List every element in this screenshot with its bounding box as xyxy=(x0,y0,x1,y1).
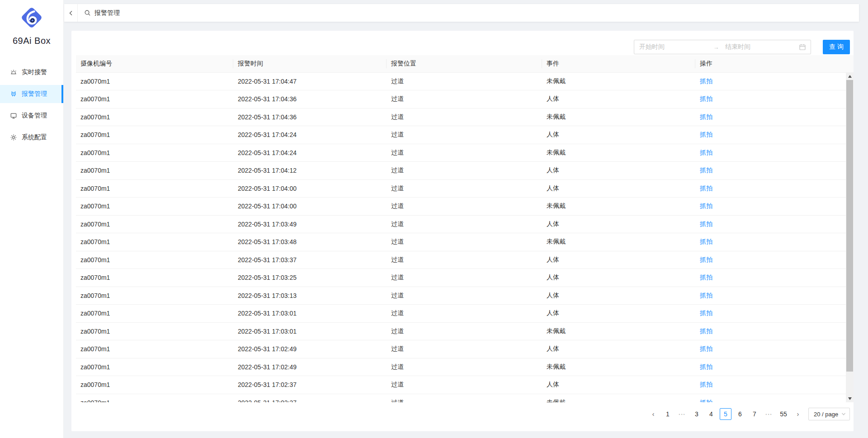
event-cell: 未佩戴 xyxy=(542,358,695,376)
action-cell: 抓拍 xyxy=(695,126,854,144)
jump-pages-ellipsis[interactable]: ••• xyxy=(676,408,688,420)
event-cell: 未佩戴 xyxy=(542,72,695,90)
alarm-time-cell: 2022-05-31 17:03:13 xyxy=(233,287,387,305)
page-button-6[interactable]: 6 xyxy=(734,408,746,420)
capture-link[interactable]: 抓拍 xyxy=(700,220,712,227)
camera-cell: za0070m1 xyxy=(76,358,233,376)
sidebar-item-device-manage[interactable]: 设备管理 xyxy=(0,107,63,125)
range-arrow-icon: → xyxy=(707,44,725,51)
scroll-up-arrow[interactable] xyxy=(846,72,854,80)
capture-link[interactable]: 抓拍 xyxy=(700,327,712,334)
alarm-location-cell: 过道 xyxy=(387,108,542,126)
capture-link[interactable]: 抓拍 xyxy=(700,399,712,402)
app-logo: 69Ai Box xyxy=(0,0,63,46)
sidebar-item-label: 系统配置 xyxy=(22,133,47,141)
scrollbar-thumb[interactable] xyxy=(846,80,853,372)
end-time-input[interactable]: 结束时间 xyxy=(725,43,799,51)
capture-link[interactable]: 抓拍 xyxy=(700,77,712,85)
capture-link[interactable]: 抓拍 xyxy=(700,166,712,174)
prev-page-button[interactable]: ‹ xyxy=(647,408,659,420)
action-cell: 抓拍 xyxy=(695,108,854,126)
capture-link[interactable]: 抓拍 xyxy=(700,363,712,370)
current-page-tag: 报警管理 xyxy=(84,9,120,17)
query-button[interactable]: 查 询 xyxy=(823,40,850,54)
capture-link[interactable]: 抓拍 xyxy=(700,131,712,138)
filter-row: 开始时间 → 结束时间 查 询 xyxy=(634,40,850,54)
sidebar-item-label: 实时接警 xyxy=(22,68,47,76)
alarm-time-cell: 2022-05-31 17:04:12 xyxy=(233,162,387,180)
scroll-down-arrow[interactable] xyxy=(846,395,854,402)
table-row: za0070m12022-05-31 17:03:01过道人体抓拍 xyxy=(76,305,854,323)
page-button-55[interactable]: 55 xyxy=(778,408,789,420)
table-row: za0070m12022-05-31 17:04:24过道人体抓拍 xyxy=(76,126,854,144)
alarm-location-cell: 过道 xyxy=(387,90,542,108)
capture-link[interactable]: 抓拍 xyxy=(700,345,712,352)
page-size-select[interactable]: 20 / page xyxy=(808,408,850,420)
sidebar-item-realtime-alarm[interactable]: 实时接警 xyxy=(0,63,63,81)
alarm-time-cell: 2022-05-31 17:03:01 xyxy=(233,322,387,340)
event-cell: 人体 xyxy=(542,269,695,287)
action-cell: 抓拍 xyxy=(695,394,854,402)
capture-link[interactable]: 抓拍 xyxy=(700,238,712,245)
page-button-7[interactable]: 7 xyxy=(749,408,760,420)
search-icon xyxy=(84,9,94,16)
table-row: za0070m12022-05-31 17:03:48过道未佩戴抓拍 xyxy=(76,233,854,251)
table-row: za0070m12022-05-31 17:02:37过道未佩戴抓拍 xyxy=(76,394,854,402)
camera-cell: za0070m1 xyxy=(76,144,233,162)
start-time-input[interactable]: 开始时间 xyxy=(639,43,707,51)
alarm-time-cell: 2022-05-31 17:02:37 xyxy=(233,394,387,402)
camera-cell: za0070m1 xyxy=(76,287,233,305)
alarm-time-cell: 2022-05-31 17:02:49 xyxy=(233,340,387,358)
table-row: za0070m12022-05-31 17:04:36过道未佩戴抓拍 xyxy=(76,108,854,126)
event-cell: 人体 xyxy=(542,376,695,394)
capture-link[interactable]: 抓拍 xyxy=(700,202,712,209)
sidebar-collapse-button[interactable] xyxy=(64,4,78,22)
sidebar-menu: 实时接警报警管理设备管理系统配置 xyxy=(0,63,63,146)
sidebar-item-alarm-manage[interactable]: 报警管理 xyxy=(0,85,63,103)
jump-pages-ellipsis[interactable]: ••• xyxy=(763,408,775,420)
page-button-5[interactable]: 5 xyxy=(720,408,731,420)
sidebar-item-system-config[interactable]: 系统配置 xyxy=(0,128,63,146)
capture-link[interactable]: 抓拍 xyxy=(700,292,712,299)
event-cell: 人体 xyxy=(542,179,695,198)
capture-link[interactable]: 抓拍 xyxy=(700,184,712,192)
action-cell: 抓拍 xyxy=(695,162,854,180)
action-cell: 抓拍 xyxy=(695,269,854,287)
camera-cell: za0070m1 xyxy=(76,394,233,402)
alarm-time-cell: 2022-05-31 17:04:00 xyxy=(233,198,387,216)
camera-cell: za0070m1 xyxy=(76,90,233,108)
next-page-button[interactable]: › xyxy=(792,408,804,420)
capture-link[interactable]: 抓拍 xyxy=(700,309,712,316)
capture-link[interactable]: 抓拍 xyxy=(700,113,712,120)
alarm-location-cell: 过道 xyxy=(387,269,542,287)
table-row: za0070m12022-05-31 17:03:49过道人体抓拍 xyxy=(76,215,854,233)
capture-link[interactable]: 抓拍 xyxy=(700,273,712,281)
capture-link[interactable]: 抓拍 xyxy=(700,95,712,102)
action-cell: 抓拍 xyxy=(695,322,854,340)
alarm-time-cell: 2022-05-31 17:03:48 xyxy=(233,233,387,251)
column-header: 事件 xyxy=(542,55,695,72)
table-row: za0070m12022-05-31 17:03:01过道未佩戴抓拍 xyxy=(76,322,854,340)
page-button-1[interactable]: 1 xyxy=(662,408,674,420)
page-button-4[interactable]: 4 xyxy=(705,408,717,420)
capture-link[interactable]: 抓拍 xyxy=(700,149,712,156)
action-cell: 抓拍 xyxy=(695,90,854,108)
alarm-location-cell: 过道 xyxy=(387,126,542,144)
alarm-time-cell: 2022-05-31 17:04:36 xyxy=(233,90,387,108)
table-row: za0070m12022-05-31 17:02:37过道人体抓拍 xyxy=(76,376,854,394)
alarm-location-cell: 过道 xyxy=(387,179,542,198)
capture-link[interactable]: 抓拍 xyxy=(700,381,712,388)
event-cell: 人体 xyxy=(542,126,695,144)
action-cell: 抓拍 xyxy=(695,72,854,90)
table-header-row: 摄像机编号报警时间报警位置事件操作 xyxy=(76,55,854,72)
camera-cell: za0070m1 xyxy=(76,126,233,144)
date-range-picker[interactable]: 开始时间 → 结束时间 xyxy=(634,40,811,54)
event-cell: 未佩戴 xyxy=(542,394,695,402)
capture-link[interactable]: 抓拍 xyxy=(700,256,712,263)
app-title: 69Ai Box xyxy=(0,36,63,46)
page-button-3[interactable]: 3 xyxy=(691,408,703,420)
column-header: 报警时间 xyxy=(233,55,387,72)
table-row: za0070m12022-05-31 17:04:12过道人体抓拍 xyxy=(76,162,854,180)
alarm-bell-icon xyxy=(10,69,17,76)
alarm-location-cell: 过道 xyxy=(387,162,542,180)
